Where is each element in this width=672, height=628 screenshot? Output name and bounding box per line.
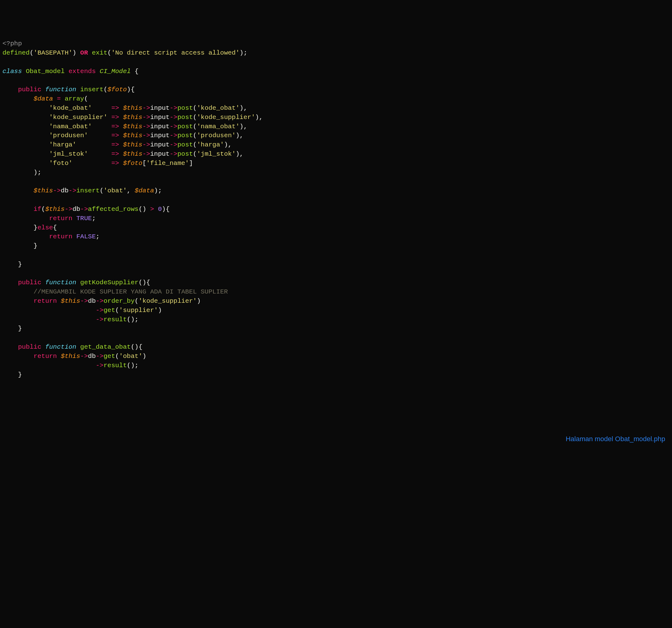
this: $this <box>123 123 143 130</box>
return-kw: return <box>49 215 72 222</box>
public-kw: public <box>18 279 41 286</box>
key-jml-stok: 'jml_stok' <box>49 150 88 158</box>
paren: ); <box>240 49 247 56</box>
if-kw: if <box>33 206 41 213</box>
space <box>154 206 158 213</box>
php-open-tag: <?php <box>2 40 22 47</box>
paren: ( <box>104 86 107 93</box>
brace: } <box>18 325 22 332</box>
paren: ) <box>72 49 80 56</box>
this: $this <box>61 297 80 305</box>
p-jml-stok: 'jml_stok' <box>197 150 236 158</box>
paren: ( <box>41 206 45 213</box>
this: $this <box>123 104 143 112</box>
class-name: Obat_model <box>26 68 65 75</box>
comment-line: //MENGAMBIL KODE SUPLIER YANG ADA DI TAB… <box>33 288 228 295</box>
paren: (); <box>127 362 139 369</box>
space <box>65 68 69 75</box>
function-kw: function <box>45 86 76 93</box>
return-kw: return <box>33 353 57 360</box>
true-const: TRUE <box>76 215 92 222</box>
post-fn: post <box>177 114 193 121</box>
this: $this <box>61 353 80 360</box>
result-fn: result <box>104 316 127 323</box>
obj-op: -> <box>96 307 103 314</box>
paren: ), <box>240 123 247 130</box>
data-var: $data <box>135 187 154 194</box>
db-prop: db <box>61 187 69 194</box>
paren: ( <box>107 49 111 56</box>
obj-op: -> <box>143 123 150 130</box>
exit-str: 'No direct script access allowed' <box>111 49 240 56</box>
input-prop: input <box>150 123 170 130</box>
obj-op: -> <box>80 297 88 305</box>
bracket: ] <box>189 160 193 167</box>
arrow: => <box>111 123 119 130</box>
code-editor[interactable]: <?php defined('BASEPATH') OR exit('No di… <box>2 39 670 379</box>
obj-op: -> <box>170 123 177 130</box>
order-by-fn: order_by <box>104 297 135 305</box>
foto-var: $foto <box>123 160 143 167</box>
paren: ), <box>236 132 243 139</box>
key-foto: 'foto' <box>49 160 72 167</box>
obj-op: -> <box>170 141 177 148</box>
paren: ( <box>193 123 197 130</box>
obj-op: -> <box>143 114 150 121</box>
this: $this <box>33 187 53 194</box>
key-nama-obat: 'nama_obat' <box>49 123 92 130</box>
obj-op: -> <box>170 132 177 139</box>
semicolon: ; <box>96 233 100 240</box>
public-kw: public <box>18 86 41 93</box>
insert-db: insert <box>76 187 100 194</box>
obj-op: -> <box>80 206 88 213</box>
post-fn: post <box>177 150 193 158</box>
obj-op: -> <box>96 362 103 369</box>
semicolon: ; <box>92 215 96 222</box>
obj-op: -> <box>53 187 61 194</box>
obj-op: -> <box>80 353 88 360</box>
paren: ( <box>100 187 104 194</box>
obj-op: -> <box>170 104 177 112</box>
zero: 0 <box>158 206 162 213</box>
paren: ( <box>135 297 139 305</box>
space <box>88 49 92 56</box>
paren: ); <box>154 187 162 194</box>
key-kode-obat: 'kode_obat' <box>49 104 92 112</box>
array-fn: array <box>65 95 84 102</box>
result-fn: result <box>104 362 127 369</box>
paren: ) <box>197 297 201 305</box>
obj-op: -> <box>170 150 177 158</box>
paren: ( <box>193 104 197 112</box>
brace: ){ <box>162 206 170 213</box>
input-prop: input <box>150 141 170 148</box>
brace: } <box>33 224 38 231</box>
paren: ( <box>193 114 197 121</box>
paren: (); <box>127 316 139 323</box>
arrow: => <box>111 141 119 148</box>
paren: ), <box>255 114 263 121</box>
paren: () <box>139 206 150 213</box>
paren: ) <box>143 353 146 360</box>
brace: } <box>18 371 22 378</box>
comma: , <box>127 187 135 194</box>
obj-op: -> <box>143 141 150 148</box>
kode-supplier-str: 'kode_supplier' <box>139 297 197 305</box>
obj-op: -> <box>143 104 150 112</box>
exit-fn: exit <box>92 49 107 56</box>
post-fn: post <box>177 132 193 139</box>
obj-op: -> <box>96 297 104 305</box>
get-fn: get <box>104 307 115 314</box>
class-kw: class <box>2 68 22 75</box>
paren: ( <box>193 141 197 148</box>
equals: = <box>57 95 61 102</box>
paren: ), <box>240 104 247 112</box>
brace: (){ <box>131 343 143 351</box>
obat-str: 'obat' <box>104 187 127 194</box>
paren: ); <box>33 169 41 176</box>
arrow: => <box>111 160 119 167</box>
p-kode-supplier: 'kode_supplier' <box>197 114 255 121</box>
supplier-str: 'supplier' <box>119 307 158 314</box>
db-prop: db <box>88 297 96 305</box>
foto-param: $foto <box>107 86 127 93</box>
arrow: => <box>111 104 119 112</box>
